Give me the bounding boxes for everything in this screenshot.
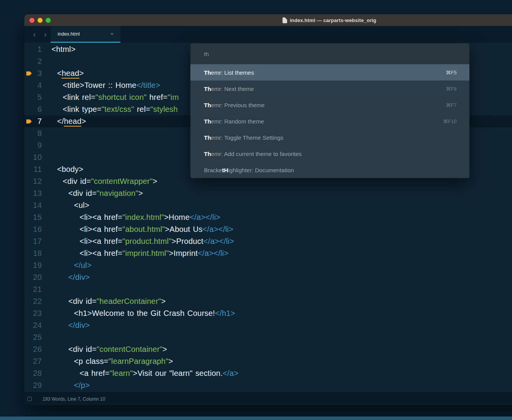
palette-item-keybinding: ⌘F8 (446, 86, 457, 92)
code-text: <div id="navigation"> (50, 189, 143, 198)
code-line-17[interactable]: 17 <li><a href="product.html">Product</a… (24, 235, 512, 247)
code-line-24[interactable]: 24 </div> (24, 319, 512, 331)
code-line-15[interactable]: 15 <li><a href="index.html">Home</a></li… (24, 211, 512, 223)
palette-item[interactable]: Themr: List themes⌘F5 (190, 64, 469, 81)
line-number[interactable]: 11 (24, 165, 50, 174)
line-number[interactable]: 13 (24, 189, 50, 198)
line-number[interactable]: 18 (24, 249, 50, 258)
code-text: <html> (50, 45, 75, 54)
code-line-20[interactable]: 20 </div> (24, 271, 512, 283)
line-number[interactable]: 5 (24, 93, 50, 102)
code-text: <link rel="shortcut icon" href="im (50, 93, 179, 102)
code-text: <title>Tower :: Home</title> (50, 81, 160, 90)
line-number[interactable]: 22 (24, 297, 50, 306)
code-text: <body> (50, 165, 83, 174)
code-text: <p class="learnParagraph"> (50, 357, 173, 366)
code-line-21[interactable]: 21 (24, 283, 512, 295)
code-line-27[interactable]: 27 <p class="learnParagraph"> (24, 355, 512, 367)
code-line-29[interactable]: 29 </p> (24, 379, 512, 391)
palette-list: Themr: List themes⌘F5Themr: Next theme⌘F… (190, 64, 469, 178)
window-title-group: index.html — carparts-website_orig (283, 17, 377, 23)
palette-item-keybinding: ⌘F7 (446, 102, 457, 108)
line-number[interactable]: 9 (24, 141, 50, 150)
code-line-16[interactable]: 16 <li><a href="about.html">About Us</a>… (24, 223, 512, 235)
line-number[interactable]: 27 (24, 357, 50, 366)
palette-item-label: Themr: Next theme (204, 86, 254, 92)
code-line-28[interactable]: 28 <a href="learn">Visit our "learn" sec… (24, 367, 512, 379)
tab-bar: ‹ › index.html × (24, 26, 512, 43)
line-number[interactable]: 28 (24, 369, 50, 378)
palette-item-keybinding: ⌘F10 (443, 118, 457, 124)
line-number[interactable]: 20 (24, 273, 50, 282)
bottom-strip (0, 417, 512, 420)
close-window-button[interactable] (29, 18, 34, 23)
minimize-window-button[interactable] (38, 18, 43, 23)
line-number[interactable]: 15 (24, 213, 50, 222)
code-text: <div id="contentContainer"> (50, 345, 167, 354)
titlebar[interactable]: index.html — carparts-website_orig (24, 14, 512, 26)
palette-item-label: Themr: Add current theme to favorites (204, 151, 302, 157)
code-text: <div id="contentWrapper"> (50, 177, 157, 186)
code-text: </head> (50, 117, 86, 126)
traffic-lights (29, 14, 51, 26)
code-line-14[interactable]: 14 <ul> (24, 199, 512, 211)
palette-item[interactable]: Themr: Add current theme to favorites (190, 146, 469, 162)
zoom-window-button[interactable] (46, 18, 51, 23)
palette-item[interactable]: Themr: Next theme⌘F8 (190, 81, 469, 97)
code-text: <li><a href="index.html">Home</a></li> (50, 213, 221, 222)
code-text: <a href="learn">Visit our "learn" sectio… (50, 369, 238, 378)
code-text: <head> (50, 69, 84, 78)
code-text: </p> (50, 381, 90, 390)
code-line-18[interactable]: 18 <li><a href="imprint.html">Imprint</a… (24, 247, 512, 259)
line-number[interactable]: 25 (24, 333, 50, 342)
palette-item-label: Themr: Random theme (204, 118, 264, 125)
status-text: 193 Words, Line 7, Column 10 (43, 396, 105, 402)
tab-label: index.html (58, 31, 80, 37)
palette-item[interactable]: BracketHighlighter: Documentation (190, 162, 469, 178)
code-line-26[interactable]: 26 <div id="contentContainer"> (24, 343, 512, 355)
code-text: </ul> (50, 261, 92, 270)
line-number[interactable]: 21 (24, 285, 50, 294)
line-number[interactable]: 29 (24, 381, 50, 390)
palette-item[interactable]: Themr: Random theme⌘F10 (190, 113, 469, 129)
code-line-22[interactable]: 22 <div id="headerContainer"> (24, 295, 512, 307)
line-number[interactable]: 24 (24, 321, 50, 330)
line-number[interactable]: 10 (24, 153, 50, 162)
palette-item-label: Themr: Previous theme (204, 102, 265, 108)
line-number[interactable]: 1 (24, 45, 50, 54)
palette-item[interactable]: Themr: Toggle Theme Settings (190, 129, 469, 146)
palette-item-label: BracketHighlighter: Documentation (204, 167, 294, 173)
code-line-19[interactable]: 19 </ul> (24, 259, 512, 271)
code-text: <ul> (50, 201, 89, 210)
line-number[interactable]: 14 (24, 201, 50, 210)
code-line-25[interactable]: 25 (24, 331, 512, 343)
line-number[interactable]: 2 (24, 57, 50, 66)
palette-item-label: Themr: Toggle Theme Settings (204, 134, 283, 141)
close-tab-icon[interactable]: × (110, 31, 113, 37)
line-number[interactable]: 4 (24, 81, 50, 90)
tab-index-html[interactable]: index.html × (51, 26, 120, 43)
desktop: index.html — carparts-website_orig ‹ › i… (0, 0, 512, 420)
line-number[interactable]: 23 (24, 309, 50, 318)
code-text: <h1>Welcome to the Git Crash Course!</h1… (50, 309, 235, 318)
code-text: </div> (50, 321, 90, 330)
code-line-23[interactable]: 23 <h1>Welcome to the Git Crash Course!<… (24, 307, 512, 319)
line-number[interactable]: 17 (24, 237, 50, 246)
palette-input[interactable]: th (190, 43, 469, 64)
forward-arrow-icon[interactable]: › (40, 26, 51, 43)
line-number[interactable]: 6 (24, 105, 50, 114)
line-number[interactable]: 12 (24, 177, 50, 186)
back-arrow-icon[interactable]: ‹ (29, 26, 40, 43)
code-text: <link type="text/css" rel="stylesh (50, 105, 178, 114)
line-number[interactable]: 16 (24, 225, 50, 234)
line-number[interactable]: 19 (24, 261, 50, 270)
code-text: <li><a href="product.html">Product</a></… (50, 237, 234, 246)
line-number[interactable]: 8 (24, 129, 50, 138)
code-line-13[interactable]: 13 <div id="navigation"> (24, 187, 512, 199)
status-indicator-icon (27, 397, 32, 401)
palette-item[interactable]: Themr: Previous theme⌘F7 (190, 97, 469, 113)
code-text: <li><a href="imprint.html">Imprint</a></… (50, 249, 229, 258)
document-icon (283, 17, 287, 23)
code-text: <div id="headerContainer"> (50, 297, 166, 306)
line-number[interactable]: 26 (24, 345, 50, 354)
